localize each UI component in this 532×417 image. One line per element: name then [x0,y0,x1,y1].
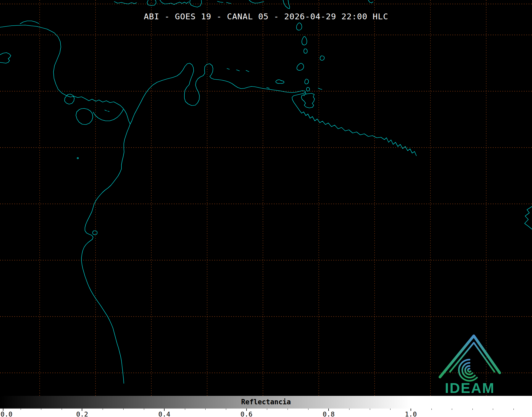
colorbar-minor-tick [493,409,493,410]
map-area: ABI - GOES 19 - CANAL 05 - 2026-04-29 22… [0,0,532,396]
colorbar-minor-tick [513,409,514,410]
colorbar-tick-label: 0.4 [158,410,170,417]
coastline-right-edge-fragment [525,207,532,229]
colorbar-minor-tick [472,409,473,410]
coastline-caribbean-north-coast [0,25,416,156]
coastline-margarita-island [267,80,284,88]
coastline-top-fragment-4 [190,0,202,7]
colorbar-label: Reflectancia [0,398,532,406]
colorbar-minor-tick [431,409,432,410]
ideam-mountain-icon [440,336,500,377]
colorbar-minor-tick [349,409,349,410]
colorbar: Reflectancia [0,396,532,409]
colorbar-tick-label: 0.8 [323,410,335,417]
coastline-top-fragment-5 [217,1,231,3]
coastline-antilles-island-3 [304,49,307,53]
colorbar-ticks: 0.00.20.40.60.81.0 [0,409,532,417]
coastline-top-fragment-2 [147,0,156,6]
colorbar-minor-tick [288,409,288,410]
colorbar-minor-tick [226,409,226,410]
coastline-antilles-island-1 [297,23,302,30]
colorbar-minor-tick [144,409,144,410]
colorbar-minor-tick [41,409,41,410]
colorbar-tick-label: 0.2 [76,410,88,417]
image-title: ABI - GOES 19 - CANAL 05 - 2026-04-29 22… [0,12,532,21]
colorbar-minor-tick [390,409,390,410]
coastline-antilles-island-6 [305,79,308,84]
coastline-left-edge-hook [0,53,11,63]
coastline-top-fragment-1 [114,2,137,4]
ideam-swirl-icon [459,360,477,381]
coastlines [0,0,532,383]
coastline-puna-island [93,231,97,235]
ideam-logo: IDEAM [435,330,504,396]
colorbar-tick-label: 0.0 [1,410,12,417]
coastline-antilles-island-7 [306,87,310,91]
colorbar-tick-label: 1.0 [405,410,417,417]
satellite-image-viewport: ABI - GOES 19 - CANAL 05 - 2026-04-29 22… [0,0,532,417]
coastline-abc-islands [227,68,249,72]
coastline-top-fragment-8 [368,0,373,3]
coastline-antilles-island-4 [297,63,304,70]
coastline-trinidad [301,93,315,108]
colorbar-minor-tick [103,409,103,410]
coastline-antilles-island-2 [302,36,307,45]
ideam-logo-text: IDEAM [445,380,495,396]
colorbar-minor-tick [62,409,62,410]
colorbar-minor-tick [267,409,267,410]
colorbar-minor-tick [308,409,308,410]
coastline-pacific-coast [81,124,130,383]
coastline-top-fragment-7 [283,0,290,9]
colorbar-tick-label: 0.6 [240,410,252,417]
coastline-topleft-dash [20,21,39,24]
coastline-pearl-islands [105,110,109,112]
colorbar-minor-tick [185,409,185,410]
coastline-antilles-island-5 [320,56,324,60]
colorbar-minor-tick [370,409,370,410]
coastline-malpelo-island [77,158,79,159]
colorbar-minor-tick [21,409,21,410]
colorbar-minor-tick [452,409,452,410]
colorbar-minor-tick [205,409,206,410]
coastline-top-fragment-6 [249,0,264,3]
coastline-azuero-peninsula [76,108,93,125]
colorbar-minor-tick [123,409,124,410]
